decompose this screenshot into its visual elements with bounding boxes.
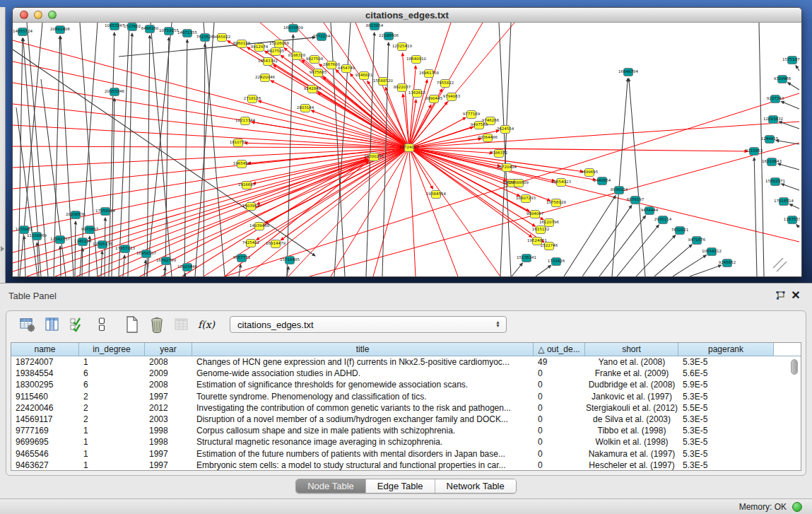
graph-edge[interactable] <box>13 148 409 189</box>
graph-edge[interactable] <box>673 255 706 276</box>
graph-edge[interactable] <box>13 40 409 148</box>
citation-network-graph[interactable]: 1872400718300295977716997462669497568362… <box>13 23 800 276</box>
graph-edge[interactable] <box>617 225 659 276</box>
table-scrollbar[interactable] <box>790 358 799 469</box>
graph-edge[interactable] <box>654 245 692 276</box>
graph-edge[interactable] <box>409 139 481 148</box>
row-height-button[interactable] <box>92 315 112 334</box>
graph-edge[interactable] <box>754 158 757 276</box>
delete-table-button[interactable] <box>172 315 192 334</box>
cell-in_degree: 6 <box>79 368 145 379</box>
graph-edge[interactable] <box>13 159 367 263</box>
cell-pagerank: 5.3E-5 <box>678 414 774 425</box>
network-window-titlebar[interactable]: citations_edges.txt <box>13 8 801 23</box>
graph-edge[interactable] <box>776 140 799 144</box>
scrollbar-thumb[interactable] <box>791 359 798 375</box>
graph-edge[interactable] <box>409 122 799 148</box>
graph-edge[interactable] <box>75 221 76 276</box>
graph-edge[interactable] <box>788 83 799 90</box>
selection-mode-button[interactable] <box>67 315 87 334</box>
graph-edge[interactable] <box>409 148 416 276</box>
graph-edge[interactable] <box>409 148 555 181</box>
table-row[interactable]: 977716911998Corpus callosum shape and si… <box>11 425 801 436</box>
column-header-year[interactable]: year <box>145 343 192 356</box>
graph-edge[interactable] <box>119 23 129 276</box>
graph-node-label: 9884067 <box>526 211 544 216</box>
table-row[interactable]: 911546021997Tourette syndrome. Phenomeno… <box>11 391 801 402</box>
graph-edge[interactable] <box>409 148 799 242</box>
function-builder-button[interactable]: f(x) <box>196 315 216 334</box>
graph-edge[interactable] <box>257 148 409 240</box>
graph-edge[interactable] <box>60 246 61 276</box>
graph-edge[interactable] <box>128 33 132 276</box>
table-row[interactable]: 946362711997Embryonic stem cells: a mode… <box>11 460 801 471</box>
column-header-short[interactable]: short <box>585 343 678 356</box>
table-row[interactable]: 2242004622012Investigating the contribut… <box>11 402 801 414</box>
graph-edge[interactable] <box>409 148 458 276</box>
table-row[interactable]: 1456911722003Disruption of a novel membe… <box>11 414 801 425</box>
graph-node-label: 10719155 <box>159 28 179 33</box>
cell-pagerank: 5.5E-5 <box>678 402 774 414</box>
cell-out_degree: 0 <box>534 436 585 448</box>
graph-edge[interactable] <box>239 264 241 276</box>
graph-node-label: 1440954 <box>594 178 611 182</box>
close-panel-button[interactable]: ✕ <box>788 288 804 303</box>
graph-edge[interactable] <box>781 184 799 190</box>
graph-edge[interactable] <box>612 78 628 276</box>
column-header-pagerank[interactable]: pagerank <box>678 343 774 356</box>
delete-column-button[interactable] <box>147 315 167 334</box>
graph-edge[interactable] <box>13 148 409 168</box>
table-row[interactable]: 1830029562008Estimation of significance … <box>11 379 801 390</box>
create-column-button[interactable] <box>122 315 142 334</box>
graph-edge[interactable] <box>512 263 522 276</box>
cell-pagerank: 5.3E-5 <box>678 448 774 460</box>
panel-expand-arrow-icon[interactable] <box>1 246 4 252</box>
column-header-out_de[interactable]: △ out_de... <box>534 343 585 356</box>
float-window-icon[interactable] <box>772 288 788 303</box>
cell-name: 9463627 <box>11 460 79 471</box>
graph-edge[interactable] <box>101 251 102 276</box>
graph-edge[interactable] <box>796 225 799 228</box>
column-header-title[interactable]: title <box>192 343 534 356</box>
table-row[interactable]: 946554611997Estimation of the future num… <box>11 448 801 460</box>
graph-node-label: 9146821 <box>355 73 373 77</box>
graph-edge[interactable] <box>82 248 83 276</box>
table-mode-button[interactable] <box>18 315 37 334</box>
graph-edge[interactable] <box>119 37 315 57</box>
graph-node-label: 18807293 <box>516 196 536 200</box>
column-header-in_degree[interactable]: in_degree <box>79 343 145 356</box>
graph-edge[interactable] <box>779 122 799 129</box>
graph-edge[interactable] <box>246 148 409 276</box>
graph-edge[interactable] <box>147 35 150 276</box>
graph-edge[interactable] <box>789 204 799 209</box>
table-row[interactable]: 1938455462009Genome-wide association stu… <box>11 368 801 379</box>
table-row[interactable]: 1872400712008Changes of HCN gene express… <box>11 356 801 368</box>
graph-node-label: 9245652 <box>719 260 736 264</box>
graph-edge[interactable] <box>778 163 799 170</box>
column-header-name[interactable]: name <box>11 343 79 356</box>
graph-edge[interactable] <box>13 146 409 148</box>
graph-node-label: 19384554 <box>426 192 446 196</box>
graph-edge[interactable] <box>796 65 799 71</box>
network-canvas[interactable]: 1872400718300295977716997462669497568362… <box>13 23 801 276</box>
graph-edge[interactable] <box>781 101 799 109</box>
show-columns-button[interactable] <box>42 315 62 334</box>
tab-network-table[interactable]: Network Table <box>435 479 516 493</box>
graph-edge[interactable] <box>184 40 187 276</box>
cell-short: Wolkin et al. (1998) <box>585 436 678 448</box>
graph-edge[interactable] <box>599 216 646 276</box>
graph-edge[interactable] <box>13 125 409 148</box>
graph-edge[interactable] <box>18 38 23 276</box>
table-row[interactable]: 969969511998Structural magnetic resonanc… <box>11 436 801 448</box>
cell-year: 2008 <box>145 356 192 368</box>
graph-edge[interactable] <box>409 148 500 276</box>
tab-node-table[interactable]: Node Table <box>296 479 366 493</box>
graph-edge[interactable] <box>24 236 25 276</box>
graph-edge[interactable] <box>690 265 722 276</box>
cell-title: Estimation of significance thresholds fo… <box>192 379 534 390</box>
graph-edge[interactable] <box>629 78 645 276</box>
tab-edge-table[interactable]: Edge Table <box>366 479 435 493</box>
graph-edge[interactable] <box>564 196 616 276</box>
graph-edge[interactable] <box>536 265 551 276</box>
table-selector-dropdown[interactable]: citations_edges.txt ▲▼ <box>230 316 507 333</box>
